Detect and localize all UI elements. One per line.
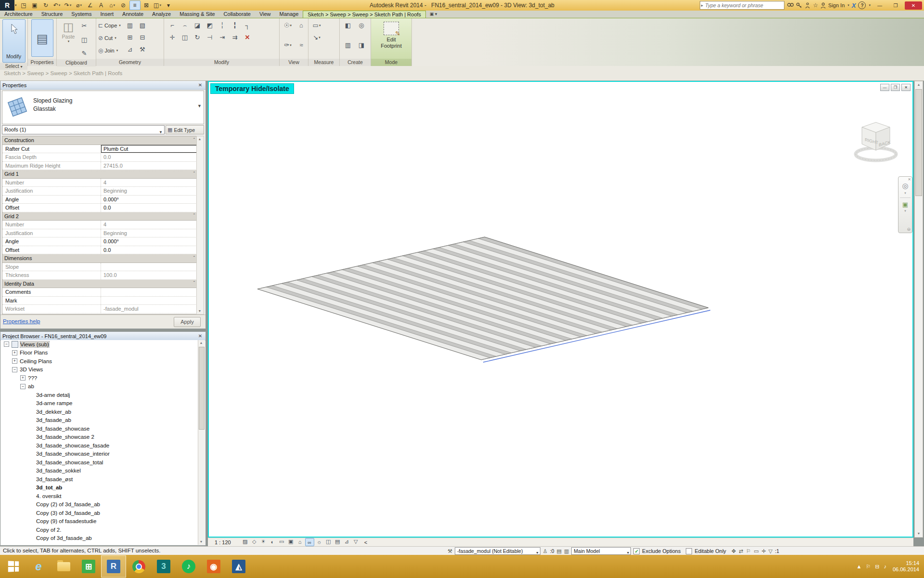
constraints-icon[interactable]: ▽ xyxy=(352,538,360,545)
property-value-workset[interactable]: -fasade_modul xyxy=(101,305,197,313)
taskbar-3ds-max[interactable]: 3 xyxy=(151,555,176,578)
taskbar-photo-viewer[interactable]: ◭ xyxy=(226,555,251,578)
panel-label-geometry[interactable]: Geometry xyxy=(96,59,164,66)
canvas-vertical-scrollbar[interactable]: ▲ ▼ xyxy=(914,81,923,538)
browser-item-3d-fasade-showcase-2[interactable]: 3d_fasade_showcase 2 xyxy=(1,433,198,442)
text-icon[interactable]: A xyxy=(96,1,106,10)
customize-qat-icon[interactable]: ▾ xyxy=(164,1,174,10)
subscription-key-icon[interactable] xyxy=(796,2,802,9)
property-value-rafter-cut[interactable]: Plumb Cut xyxy=(101,145,197,153)
cope-button[interactable]: ⊏Cope▾ xyxy=(98,19,121,32)
property-value-maximum-ridge-height[interactable]: 27415.0 xyxy=(101,162,197,170)
modify-tool-button[interactable]: Modify xyxy=(2,19,26,63)
worksharing-display-icon[interactable]: ◫ xyxy=(324,538,333,545)
property-section-grid-1[interactable]: Grid 1ˆ xyxy=(2,170,197,179)
editing-requests-icon[interactable]: ♙ xyxy=(543,548,548,554)
sign-in-arrow-icon[interactable]: ▾ xyxy=(847,3,849,7)
property-value-number[interactable]: 4 xyxy=(101,221,197,229)
select-pinned-icon[interactable]: ⚐ xyxy=(746,548,751,554)
detail-level-icon[interactable]: ▨ xyxy=(241,538,249,545)
property-value-offset[interactable]: 0.0 xyxy=(101,204,197,212)
browser-item-3d-views[interactable]: −3D Views xyxy=(1,366,198,374)
zoom-tool-icon[interactable]: ▣ xyxy=(902,201,908,208)
close-hidden-windows-icon[interactable]: ⊠ xyxy=(141,1,152,10)
tray-volume-icon[interactable]: ♪ xyxy=(884,564,886,570)
wall-joins-icon[interactable]: ⊞ xyxy=(124,32,136,43)
editable-only-checkbox[interactable]: ✓ xyxy=(686,548,692,554)
selection-filter-combo[interactable]: Roofs (1)▼ xyxy=(2,125,165,134)
search-input[interactable] xyxy=(703,2,784,9)
browser-item-3d-fasade-st[interactable]: 3d_fasade_øst xyxy=(1,475,198,484)
property-value-comments[interactable] xyxy=(101,288,197,296)
browser-item-copy-3-of-3d-fasade-ab[interactable]: Copy (3) of 3d_fasade_ab xyxy=(1,509,198,517)
taskbar-internet-explorer[interactable]: e xyxy=(26,555,51,578)
create-assembly-icon[interactable]: ▥ xyxy=(342,39,354,51)
undo-icon[interactable]: ↶▾ xyxy=(52,1,62,10)
restore-button[interactable]: ❐ xyxy=(889,1,902,10)
design-option-combo[interactable]: Main Model▼ xyxy=(571,547,631,555)
panel-label-clipboard[interactable]: Clipboard xyxy=(57,59,96,66)
tab-insert[interactable]: Insert xyxy=(96,11,118,18)
browser-item-copy-of-2[interactable]: Copy of 2. xyxy=(1,525,198,534)
visual-style-icon[interactable]: ◇ xyxy=(250,538,258,545)
filter-icon[interactable]: ▽ xyxy=(769,548,772,554)
design-options-icon[interactable]: ▥ xyxy=(564,548,569,554)
unjoin-geometry-icon[interactable]: ⊟ xyxy=(137,32,148,43)
scroll-down-icon[interactable]: ▼ xyxy=(197,308,203,314)
expand-icon[interactable]: + xyxy=(12,358,17,364)
collapse-icon[interactable]: ˆ xyxy=(193,213,195,219)
collapse-icon[interactable]: − xyxy=(12,367,17,372)
paste-button[interactable]: ◫ Paste ▾ xyxy=(59,19,78,43)
taskbar-orange-app[interactable]: ◉ xyxy=(201,555,226,578)
save-icon[interactable]: ▣ xyxy=(30,1,40,10)
aligned-dimension-icon[interactable]: ∠ xyxy=(85,1,95,10)
join-button[interactable]: ◎Join▾ xyxy=(98,44,121,57)
browser-item-3d-fasade-showcase[interactable]: 3d_fasade_showcase xyxy=(1,424,198,433)
temporary-hide-isolate-icon[interactable]: ∞ xyxy=(305,538,314,546)
analytical-model-icon[interactable]: ⊿ xyxy=(343,538,351,545)
browser-item-3d-arne-detalj[interactable]: 3d-arne detalj xyxy=(1,391,198,399)
select-underlay-icon[interactable]: ⇄ xyxy=(739,548,743,554)
open-file-icon[interactable]: ◳ xyxy=(19,1,29,10)
render-icon[interactable]: ⌂ xyxy=(295,20,307,31)
taskbar-file-explorer[interactable] xyxy=(51,555,76,578)
thin-lines-toggle-icon[interactable]: ≈ xyxy=(295,39,307,51)
collapse-icon[interactable]: ˆ xyxy=(193,171,195,177)
mirror-draw-axis-icon[interactable]: ◩ xyxy=(204,20,216,31)
exclude-options-checkbox[interactable]: ✓ xyxy=(633,548,640,554)
browser-item-3d-fasade-showcase-fasade[interactable]: 3d_fasade_showcase_fasade xyxy=(1,441,198,450)
3d-roof-model[interactable] xyxy=(209,82,912,537)
tray-expand-icon[interactable]: ▲ xyxy=(856,564,861,570)
lock-3d-view-icon[interactable]: ⌂ xyxy=(296,538,304,545)
browser-item-copy-of-3d-fasade-ab[interactable]: Copy of 3d_fasade_ab xyxy=(1,534,198,543)
browser-item-3d-fasade-showcase-total[interactable]: 3d_fasade_showcase_total xyxy=(1,458,198,467)
taskbar-spotify[interactable]: ♪ xyxy=(176,555,201,578)
view-minimize-icon[interactable]: — xyxy=(880,84,889,91)
shadows-icon[interactable]: ◐ xyxy=(269,538,277,545)
scroll-down-icon[interactable]: ▼ xyxy=(916,531,922,537)
properties-close-icon[interactable]: ✕ xyxy=(197,82,204,88)
redo-icon[interactable]: ↷▾ xyxy=(63,1,73,10)
project-browser-header[interactable]: Project Browser - FN16_sentral_2014_ew09… xyxy=(0,332,205,341)
help-icon[interactable]: ? xyxy=(858,1,866,9)
panel-label-create[interactable]: Create xyxy=(340,59,371,66)
property-value-mark[interactable] xyxy=(101,297,197,305)
tab-contextual-sketch-path[interactable]: Sketch > Sweep > Sweep > Sketch Path | R… xyxy=(303,11,426,18)
tab-analyze[interactable]: Analyze xyxy=(148,11,175,18)
expand-icon[interactable]: + xyxy=(12,350,17,355)
scroll-up-icon[interactable]: ▲ xyxy=(916,82,922,88)
taskbar-windows-store[interactable]: ⊞ xyxy=(76,555,101,578)
measure-icon[interactable]: ⌀▾ xyxy=(74,1,84,10)
move-icon[interactable]: ✛ xyxy=(167,32,178,43)
trim-extend-single-icon[interactable]: ⊣ xyxy=(204,32,216,43)
tab-annotate[interactable]: Annotate xyxy=(118,11,148,18)
tray-power-icon[interactable]: ⊟ xyxy=(875,564,879,570)
taskbar-chrome[interactable] xyxy=(126,555,151,578)
steering-wheel-icon[interactable]: ◎ xyxy=(902,182,908,190)
temporary-view-properties-icon[interactable]: ▤ xyxy=(334,538,342,545)
navbar-collapse-icon[interactable]: ⊖ xyxy=(907,227,911,232)
properties-scrollbar[interactable]: ▲ ▼ xyxy=(196,136,204,315)
create-group-icon[interactable]: ◧ xyxy=(342,20,354,31)
offset-icon[interactable]: ⌢ xyxy=(179,20,191,31)
copy-element-icon[interactable]: ◫ xyxy=(179,32,191,43)
